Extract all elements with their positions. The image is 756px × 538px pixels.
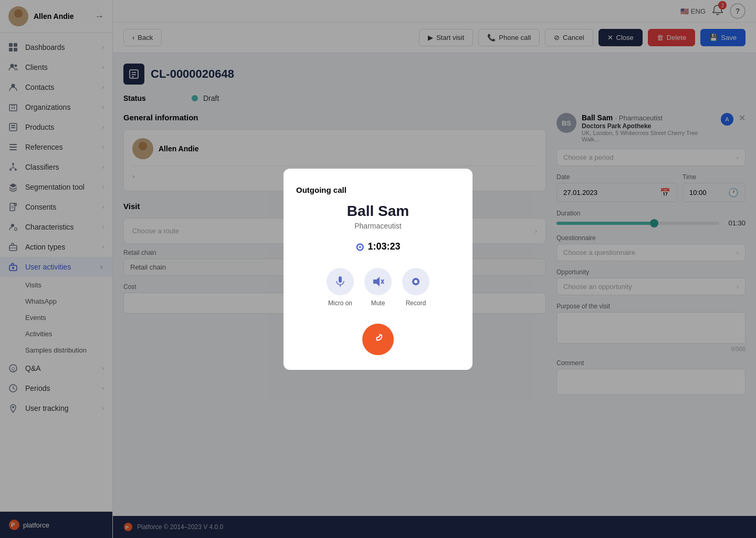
call-controls: Micro on Mute Record: [327, 268, 429, 307]
end-call-button[interactable]: [362, 324, 394, 355]
outgoing-call-modal: Outgoing call Ball Sam Pharmaceutist ⊙ 1…: [284, 169, 472, 370]
record-control[interactable]: Record: [402, 268, 429, 307]
micro-button[interactable]: [327, 268, 354, 295]
modal-caller-role: Pharmaceutist: [354, 222, 401, 230]
page-content: CL-0000020648 Status Draft General infor…: [113, 53, 756, 516]
mute-control[interactable]: Mute: [364, 268, 392, 307]
mute-button[interactable]: [364, 268, 392, 295]
timer-value: 1:03:23: [368, 241, 400, 252]
modal-title: Outgoing call: [296, 185, 346, 194]
timer-icon: ⊙: [355, 241, 364, 253]
modal-timer: ⊙ 1:03:23: [355, 241, 400, 253]
modal-overlay[interactable]: Outgoing call Ball Sam Pharmaceutist ⊙ 1…: [113, 53, 756, 516]
main-content: 🇺🇸 ENG 3 ? ‹ Back ▶ Start visit 📞 Phone …: [113, 0, 756, 538]
micro-label: Micro on: [328, 299, 352, 307]
svg-rect-51: [339, 276, 342, 283]
micro-control[interactable]: Micro on: [327, 268, 354, 307]
mute-label: Mute: [371, 299, 385, 307]
record-label: Record: [406, 299, 426, 307]
svg-marker-53: [373, 277, 380, 286]
modal-caller-name: Ball Sam: [347, 203, 409, 220]
record-button[interactable]: [402, 268, 429, 295]
svg-point-57: [414, 280, 417, 283]
